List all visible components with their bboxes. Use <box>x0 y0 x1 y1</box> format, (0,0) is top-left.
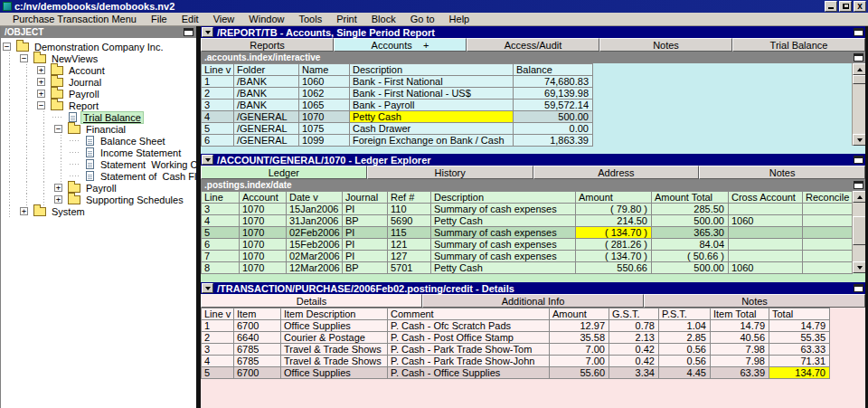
tree-item-statement-working-capital[interactable]: Statement Working Capital <box>1 158 196 170</box>
cell[interactable]: 5 <box>202 227 240 239</box>
column-header-amount[interactable]: Amount <box>550 308 609 320</box>
cell[interactable]: ( 50.66 ) <box>652 251 729 262</box>
column-header-balance[interactable]: Balance <box>514 64 593 76</box>
cell[interactable]: 3.34 <box>609 367 659 379</box>
menu-item-edit[interactable]: Edit <box>175 13 206 25</box>
expand-plus-toggle[interactable]: + <box>54 184 62 192</box>
cell[interactable]: 3 <box>202 100 234 111</box>
tab-notes[interactable]: Notes <box>599 38 732 52</box>
cell[interactable]: 15Jan2006 <box>287 204 343 215</box>
cell[interactable]: 6 <box>202 135 234 147</box>
cell[interactable]: 55.60 <box>550 367 609 379</box>
expand-plus-toggle[interactable]: + <box>20 207 28 215</box>
cell[interactable]: 6785 <box>234 356 281 367</box>
cell[interactable]: 1070 <box>240 251 287 262</box>
pane-restore-icon[interactable] <box>854 284 863 292</box>
expand-plus-toggle[interactable]: + <box>37 78 45 86</box>
cell[interactable]: 2.13 <box>609 332 659 344</box>
cell[interactable]: 59,572.14 <box>514 100 593 111</box>
menu-item-help[interactable]: Help <box>442 13 477 25</box>
collapse-minus-toggle[interactable]: − <box>20 54 28 62</box>
tab-history[interactable]: History <box>367 166 533 179</box>
cell[interactable]: 0.00 <box>514 123 593 135</box>
cell[interactable]: Bank - First National <box>350 76 514 88</box>
tree-item-journal[interactable]: +Journal <box>1 76 196 88</box>
cell[interactable]: 02Mar2006 <box>287 251 343 262</box>
cell[interactable]: PI <box>343 239 388 251</box>
cell[interactable]: 5701 <box>388 262 431 274</box>
column-header-cross-account[interactable]: Cross Account <box>729 192 803 204</box>
expand-plus-toggle[interactable]: + <box>37 66 45 74</box>
pane-restore-icon[interactable] <box>854 53 863 62</box>
table-row[interactable]: 5/GENERAL1075Cash Drawer0.00 <box>202 123 593 135</box>
column-header-reconcile[interactable]: Reconcile <box>803 192 853 204</box>
table-row[interactable]: 46785Travel & Trade ShowsP. Cash - Park … <box>202 356 830 367</box>
ledger-scrollbar[interactable] <box>852 191 865 273</box>
cell[interactable] <box>729 227 803 239</box>
tab-accounts[interactable]: Accounts + <box>334 38 467 52</box>
tree-item-trial-balance[interactable]: Trial Balance <box>1 111 196 123</box>
cell[interactable]: 115 <box>388 227 431 239</box>
cell[interactable]: Bank - Payroll <box>350 100 514 111</box>
scroll-up-button[interactable] <box>853 63 865 75</box>
cell[interactable]: /GENERAL <box>234 135 299 147</box>
cell[interactable]: 84.04 <box>652 239 729 251</box>
tree-item-balance-sheet[interactable]: Balance Sheet <box>1 135 196 147</box>
cell[interactable]: 1099 <box>299 135 350 147</box>
cell[interactable]: 1070 <box>240 239 287 251</box>
panel-dropdown-button[interactable] <box>202 283 213 293</box>
cell[interactable]: 1060 <box>729 215 803 227</box>
tree-item-payroll[interactable]: +Payroll <box>1 88 196 100</box>
cell[interactable]: P. Cash - Park Trade Show-Tom <box>388 344 550 356</box>
scroll-thumb[interactable] <box>853 75 865 84</box>
cell[interactable]: /BANK <box>234 100 299 111</box>
cell[interactable]: Travel & Trade Shows <box>281 356 388 367</box>
cell[interactable]: 7.00 <box>550 356 609 367</box>
menu-item-window[interactable]: Window <box>241 13 291 25</box>
cell[interactable]: 121 <box>388 239 431 251</box>
cell[interactable]: /GENERAL <box>234 123 299 135</box>
tree-item-financial[interactable]: −Financial <box>1 123 196 135</box>
menu-item-go-to[interactable]: Go to <box>403 13 442 25</box>
column-header-total[interactable]: Total <box>769 308 830 320</box>
menu-item-file[interactable]: File <box>144 13 175 25</box>
cell[interactable]: 14.79 <box>769 320 830 332</box>
cell[interactable]: 63.39 <box>711 367 769 379</box>
cell[interactable]: 500.00 <box>652 262 729 274</box>
cell[interactable] <box>729 251 803 262</box>
cell[interactable]: 8 <box>202 262 240 274</box>
cell[interactable]: 285.50 <box>652 204 729 215</box>
column-header-amount-total[interactable]: Amount Total <box>652 192 729 204</box>
cell[interactable] <box>729 204 803 215</box>
minimize-button[interactable] <box>825 1 837 12</box>
cell[interactable]: 1065 <box>299 100 350 111</box>
cell[interactable]: 7.98 <box>711 356 769 367</box>
cell[interactable]: 2.85 <box>659 332 711 344</box>
scroll-down-button[interactable] <box>853 261 865 273</box>
menu-item-block[interactable]: Block <box>364 13 403 25</box>
cell[interactable]: 55.35 <box>769 332 830 344</box>
close-button[interactable]: x <box>854 1 866 12</box>
expand-plus-toggle[interactable]: + <box>37 90 45 98</box>
table-row[interactable]: 4/GENERAL1070Petty Cash500.00 <box>202 111 593 123</box>
cell[interactable]: Cash Drawer <box>350 123 514 135</box>
cell[interactable]: 15Feb2006 <box>287 239 343 251</box>
cell[interactable]: 12Mar2006 <box>287 262 343 274</box>
cell[interactable]: Petty Cash <box>431 262 576 274</box>
cell[interactable]: PI <box>343 204 388 215</box>
cell[interactable]: 0.42 <box>609 344 659 356</box>
cell[interactable] <box>803 239 853 251</box>
tab-ledger[interactable]: Ledger <box>201 166 367 179</box>
cell[interactable]: 1062 <box>299 88 350 100</box>
cell[interactable]: Summary of cash expenses <box>431 227 576 239</box>
column-header-name[interactable]: Name <box>299 64 350 76</box>
table-row[interactable]: 2/BANK1062Bank - First National - US$69,… <box>202 88 593 100</box>
cell[interactable]: P. Cash - Post Office Stamp <box>388 332 550 344</box>
cell[interactable]: 1070 <box>240 227 287 239</box>
cell[interactable]: 110 <box>388 204 431 215</box>
table-row[interactable]: 5107002Feb2006PI115Summary of cash expen… <box>202 227 853 239</box>
column-header-date-v[interactable]: Date v <box>287 192 343 204</box>
tree-item-income-statement[interactable]: Income Statement <box>1 147 196 158</box>
column-header-line-v[interactable]: Line v <box>202 64 234 76</box>
cell[interactable]: ( 79.80 ) <box>576 204 652 215</box>
